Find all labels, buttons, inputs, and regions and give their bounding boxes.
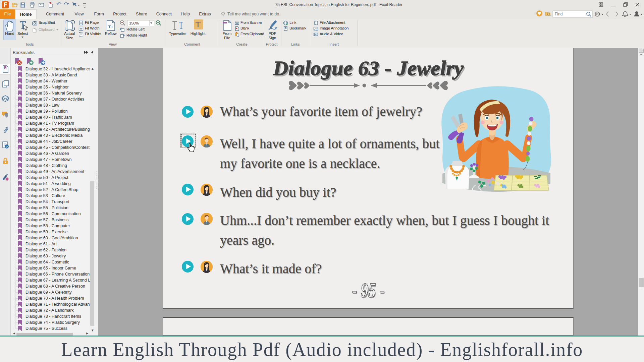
svg-text:TT: TT xyxy=(108,24,113,29)
svg-text:Find: Find xyxy=(555,12,562,16)
